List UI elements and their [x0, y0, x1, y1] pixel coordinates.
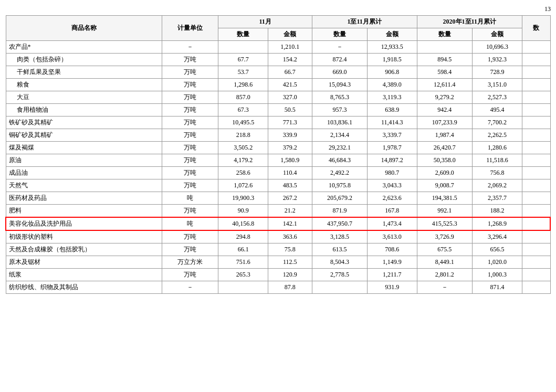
- cell-prev-amt: 756.8: [473, 167, 522, 179]
- cell-product-name: 纺织纱线、织物及其制品: [6, 281, 162, 294]
- cell-cum-qty: 8,765.3: [312, 91, 367, 104]
- cell-nov-qty: 40,156.8: [218, 217, 268, 230]
- cell-product-name: 干鲜瓜果及坚果: [6, 66, 162, 79]
- cell-prev-qty: 992.1: [417, 205, 473, 218]
- cell-nov-amt: 142.1: [268, 217, 312, 230]
- cell-unit: 万吨: [162, 129, 218, 142]
- col-product-name: 商品名称: [6, 16, 162, 41]
- cell-unit: 万吨: [162, 142, 218, 154]
- cell-cum-qty: 10,975.8: [312, 179, 367, 192]
- cell-cum-qty: 8,504.3: [312, 256, 367, 269]
- cell-cum-amt: 1,978.7: [368, 142, 417, 154]
- cell-unit: 万吨: [162, 205, 218, 218]
- cell-ratio: [522, 243, 550, 256]
- cell-prev-amt: 2,357.7: [473, 192, 522, 205]
- cell-product-name: 成品油: [6, 167, 162, 179]
- cell-prev-qty: 194,381.5: [417, 192, 473, 205]
- table-row: 纺织纱线、织物及其制品 － 87.8 931.9 － 871.4: [6, 281, 550, 294]
- cell-prev-amt: 871.4: [473, 281, 522, 294]
- table-row: 医药材及药品 吨 19,900.3 267.2 205,679.2 2,623.…: [6, 192, 550, 205]
- cell-prev-qty: 415,525.3: [417, 217, 473, 230]
- cell-nov-qty: 90.9: [218, 205, 268, 218]
- cell-prev-qty: 894.5: [417, 54, 473, 66]
- cell-cum-amt: 1,149.9: [368, 256, 417, 269]
- cell-product-name: 铁矿砂及其精矿: [6, 116, 162, 129]
- col-prev-qty: 数量: [417, 28, 473, 41]
- cell-cum-amt: 708.6: [368, 243, 417, 256]
- cell-prev-amt: 495.4: [473, 104, 522, 116]
- cell-prev-qty: 107,233.9: [417, 116, 473, 129]
- table-row: 成品油 万吨 258.6 110.4 2,492.2 980.7 2,609.0…: [6, 167, 550, 179]
- cell-cum-amt: 4,389.0: [368, 79, 417, 91]
- cell-ratio: [522, 104, 550, 116]
- cell-cum-qty: 957.3: [312, 104, 367, 116]
- cell-prev-amt: 728.9: [473, 66, 522, 79]
- table-row: 原木及锯材 万立方米 751.6 112.5 8,504.3 1,149.9 8…: [6, 256, 550, 269]
- cell-product-name: 农产品*: [6, 41, 162, 54]
- cell-prev-amt: 7,700.2: [473, 116, 522, 129]
- cell-cum-amt: 3,613.0: [368, 230, 417, 243]
- cell-product-name: 原油: [6, 154, 162, 167]
- cell-cum-qty: 103,836.1: [312, 116, 367, 129]
- cell-cum-amt: 1,211.7: [368, 269, 417, 281]
- cell-product-name: 纸浆: [6, 269, 162, 281]
- cell-prev-amt: 11,518.6: [473, 154, 522, 167]
- cell-prev-amt: 2,069.2: [473, 179, 522, 192]
- table-row: 粮食 万吨 1,298.6 421.5 15,094.3 4,389.0 12,…: [6, 79, 550, 91]
- cell-nov-qty: 857.0: [218, 91, 268, 104]
- cell-cum-amt: 906.8: [368, 66, 417, 79]
- cell-product-name: 煤及褐煤: [6, 142, 162, 154]
- cell-ratio: [522, 205, 550, 218]
- cell-product-name: 初级形状的塑料: [6, 230, 162, 243]
- table-row: 铁矿砂及其精矿 万吨 10,495.5 771.3 103,836.1 11,4…: [6, 116, 550, 129]
- cell-nov-qty: 67.7: [218, 54, 268, 66]
- cell-unit: 万吨: [162, 91, 218, 104]
- cell-prev-amt: 188.2: [473, 205, 522, 218]
- cell-nov-amt: 771.3: [268, 116, 312, 129]
- cell-nov-amt: 421.5: [268, 79, 312, 91]
- cell-cum-qty: 437,950.7: [312, 217, 367, 230]
- table-row: 原油 万吨 4,179.2 1,580.9 46,684.3 14,897.2 …: [6, 154, 550, 167]
- cell-ratio: [522, 167, 550, 179]
- cell-prev-amt: 10,696.3: [473, 41, 522, 54]
- cell-ratio: [522, 54, 550, 66]
- cell-nov-qty: 10,495.5: [218, 116, 268, 129]
- cell-unit: 万吨: [162, 79, 218, 91]
- cell-unit: －: [162, 41, 218, 54]
- cell-ratio: [522, 217, 550, 230]
- cell-nov-qty: 3,505.2: [218, 142, 268, 154]
- cell-ratio: [522, 281, 550, 294]
- cell-nov-amt: 154.2: [268, 54, 312, 66]
- table-row: 农产品* － 1,210.1 － 12,933.5 10,696.3: [6, 41, 550, 54]
- cell-cum-qty: －: [312, 41, 367, 54]
- cell-nov-amt: 1,580.9: [268, 154, 312, 167]
- cell-unit: 万吨: [162, 154, 218, 167]
- cell-prev-qty: 9,008.7: [417, 179, 473, 192]
- table-row: 肉类（包括杂碎） 万吨 67.7 154.2 872.4 1,918.5 894…: [6, 54, 550, 66]
- cell-cum-qty: 2,492.2: [312, 167, 367, 179]
- table-row: 铜矿砂及其精矿 万吨 218.8 339.9 2,134.4 3,339.7 1…: [6, 129, 550, 142]
- cell-cum-amt: 638.9: [368, 104, 417, 116]
- cell-ratio: [522, 91, 550, 104]
- cell-prev-qty: 26,420.7: [417, 142, 473, 154]
- cell-nov-amt: 483.5: [268, 179, 312, 192]
- cell-prev-amt: 1,020.0: [473, 256, 522, 269]
- cell-prev-amt: 1,268.9: [473, 217, 522, 230]
- main-table-container: 商品名称 计量单位 11月 1至11月累计 2020年1至11月累计 数 数量 …: [5, 15, 551, 294]
- col-nov: 11月: [218, 16, 312, 28]
- col-cumulative: 1至11月累计: [312, 16, 417, 28]
- cell-nov-qty: [218, 41, 268, 54]
- cell-product-name: 粮食: [6, 79, 162, 91]
- table-row: 煤及褐煤 万吨 3,505.2 379.2 29,232.1 1,978.7 2…: [6, 142, 550, 154]
- cell-nov-qty: 66.1: [218, 243, 268, 256]
- cell-ratio: [522, 79, 550, 91]
- cell-prev-amt: 3,296.4: [473, 230, 522, 243]
- cell-cum-qty: 871.9: [312, 205, 367, 218]
- cell-ratio: [522, 230, 550, 243]
- cell-unit: 万吨: [162, 179, 218, 192]
- cell-cum-amt: 14,897.2: [368, 154, 417, 167]
- table-row: 美容化妆品及洗护用品 吨 40,156.8 142.1 437,950.7 1,…: [6, 217, 550, 230]
- cell-nov-qty: [218, 281, 268, 294]
- cell-ratio: [522, 66, 550, 79]
- page-number: 13: [5, 5, 551, 13]
